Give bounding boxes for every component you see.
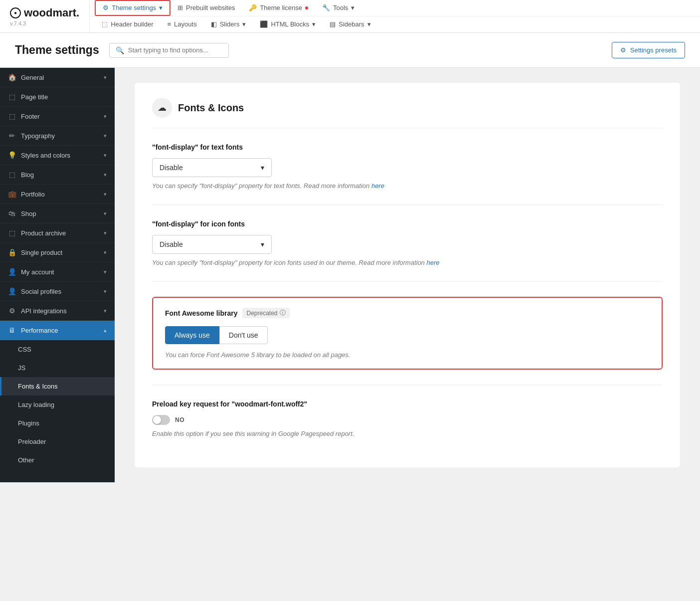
search-icon: 🔍 bbox=[116, 46, 124, 54]
field-preload-label: Preload key request for "woodmart-font.w… bbox=[152, 400, 663, 408]
deprecated-badge-label: Deprecated bbox=[246, 310, 277, 317]
sidebar-item-fonts-icons[interactable]: Fonts & Icons bbox=[0, 377, 115, 396]
dot-indicator bbox=[305, 6, 308, 9]
sidebar-item-portfolio[interactable]: 💼 Portfolio ▾ bbox=[0, 185, 115, 204]
sidebar-item-lazy-loading[interactable]: Lazy loading bbox=[0, 396, 115, 414]
search-box[interactable]: 🔍 bbox=[109, 43, 229, 58]
inner-wrapper: Theme settings 🔍 ⚙ Settings presets 🏠 Ge… bbox=[0, 33, 700, 482]
key-icon: 🔑 bbox=[249, 4, 257, 11]
sidebar-item-shop[interactable]: 🛍 Shop ▾ bbox=[0, 204, 115, 223]
font-display-text-select[interactable]: Disable ▾ bbox=[152, 158, 272, 177]
fa-desc: You can force Font Awesome 5 library to … bbox=[165, 351, 650, 359]
section-header-icon: ☁ bbox=[152, 98, 172, 118]
content-area: ☁ Fonts & Icons "font-display" for text … bbox=[115, 68, 700, 482]
chevron-styles-icon: ▾ bbox=[104, 152, 107, 159]
sidebar-account-label: My account bbox=[21, 268, 54, 276]
sidebar-item-other[interactable]: Other bbox=[0, 451, 115, 469]
palette-icon: 💡 bbox=[8, 151, 16, 159]
sidebar-lazy-label: Lazy loading bbox=[18, 401, 54, 408]
chevron-portfolio-icon: ▾ bbox=[104, 191, 107, 198]
sidebar-item-blog[interactable]: ⬚ Blog ▾ bbox=[0, 165, 115, 185]
chevron-sidebars-icon: ▾ bbox=[367, 20, 371, 28]
sidebar-blog-label: Blog bbox=[21, 171, 34, 179]
chevron-sliders-icon: ▾ bbox=[242, 20, 246, 28]
settings-presets-label: Settings presets bbox=[630, 46, 677, 54]
dont-use-button[interactable]: Don't use bbox=[219, 326, 268, 344]
footer-icon: ⬚ bbox=[8, 112, 16, 120]
settings-presets-button[interactable]: ⚙ Settings presets bbox=[612, 42, 685, 58]
nav-group: ⚙ Theme settings ▾ ⊞ Prebuilt websites 🔑… bbox=[90, 0, 700, 32]
sidebar-item-single-product[interactable]: 🔒 Single product ▾ bbox=[0, 243, 115, 262]
sliders-icon: ⚙ bbox=[103, 4, 109, 11]
html-icon: ⬛ bbox=[260, 20, 268, 28]
sidebar-item-footer[interactable]: ⬚ Footer ▾ bbox=[0, 107, 115, 126]
body-layout: 🏠 General ▾ ⬚ Page title ⬚ Footer ▾ bbox=[0, 68, 700, 482]
account-icon: 👤 bbox=[8, 268, 16, 276]
nav-main: ⚙ Theme settings ▾ ⊞ Prebuilt websites 🔑… bbox=[90, 0, 700, 32]
nav-header-builder[interactable]: ⬚ Header builder bbox=[95, 16, 160, 33]
sidebar-item-plugins[interactable]: Plugins bbox=[0, 414, 115, 432]
chevron-select-1-icon: ▾ bbox=[261, 164, 264, 172]
nav-tools[interactable]: 🔧 Tools ▾ bbox=[315, 0, 361, 16]
chevron-social-icon: ▾ bbox=[104, 288, 107, 295]
page-header-left: Theme settings 🔍 bbox=[15, 43, 229, 58]
sidebar-item-typography[interactable]: ✏ Typography ▾ bbox=[0, 126, 115, 146]
sidebar-styles-label: Styles and colors bbox=[21, 152, 70, 159]
page-header: Theme settings 🔍 ⚙ Settings presets bbox=[0, 33, 700, 68]
nav-prebuilt-websites[interactable]: ⊞ Prebuilt websites bbox=[171, 0, 242, 16]
sidebar-archive-label: Product archive bbox=[21, 229, 66, 237]
sidebar-item-js[interactable]: JS bbox=[0, 359, 115, 377]
sidebar-api-label: API integrations bbox=[21, 307, 67, 315]
sidebar-item-styles-colors[interactable]: 💡 Styles and colors ▾ bbox=[0, 146, 115, 165]
chevron-product-icon: ▾ bbox=[104, 249, 107, 256]
field-preload-key: Preload key request for "woodmart-font.w… bbox=[152, 400, 663, 452]
sidebar-item-api-integrations[interactable]: ⚙ API integrations ▾ bbox=[0, 301, 115, 321]
search-input[interactable] bbox=[128, 46, 222, 54]
sidebar-plugins-label: Plugins bbox=[18, 419, 39, 427]
field-font-display-text-desc: You can specify "font-display" property … bbox=[152, 182, 663, 190]
layout-icon: ⬚ bbox=[102, 20, 108, 28]
logo-area: ● woodmart. v.7.4.3 bbox=[0, 0, 90, 32]
chevron-footer-icon: ▾ bbox=[104, 113, 107, 120]
sidebar-item-social-profiles[interactable]: 👤 Social profiles ▾ bbox=[0, 282, 115, 301]
portfolio-icon: 💼 bbox=[8, 190, 16, 198]
sidebar-item-product-archive[interactable]: ⬚ Product archive ▾ bbox=[0, 223, 115, 243]
nav-layouts[interactable]: ≡ Layouts bbox=[161, 16, 204, 33]
nav-theme-license[interactable]: 🔑 Theme license bbox=[242, 0, 315, 16]
nav-sidebars[interactable]: ▤ Sidebars ▾ bbox=[323, 16, 377, 33]
logo-version: v.7.4.3 bbox=[10, 20, 79, 26]
sidebar-typography-label: Typography bbox=[21, 132, 55, 140]
sidebar-item-performance[interactable]: 🖥 Performance ▴ bbox=[0, 321, 115, 340]
fa-box-header: Font Awesome library Deprecated ⓘ bbox=[165, 308, 650, 318]
toggle-row: NO bbox=[152, 415, 663, 425]
nav-html-blocks[interactable]: ⬛ HTML Blocks ▾ bbox=[253, 16, 323, 33]
always-use-button[interactable]: Always use bbox=[165, 326, 219, 344]
sidebar-item-page-title[interactable]: ⬚ Page title bbox=[0, 87, 115, 107]
sidebar-fonts-icons-label: Fonts & Icons bbox=[18, 383, 57, 390]
field-font-display-text-label: "font-display" for text fonts bbox=[152, 143, 663, 151]
info-icon: ⓘ bbox=[280, 309, 286, 317]
chevron-tools-icon: ▾ bbox=[351, 4, 354, 11]
sidebar-item-preloader[interactable]: Preloader bbox=[0, 432, 115, 451]
font-display-icon-select[interactable]: Disable ▾ bbox=[152, 235, 272, 254]
sidebar-item-my-account[interactable]: 👤 My account ▾ bbox=[0, 262, 115, 282]
field-font-display-icon-link[interactable]: here bbox=[426, 259, 439, 266]
toggle-knob bbox=[153, 416, 161, 424]
nav-tools-label: Tools bbox=[333, 4, 348, 11]
nav-theme-settings[interactable]: ⚙ Theme settings ▾ bbox=[95, 0, 171, 16]
field-font-display-icon-label: "font-display" for icon fonts bbox=[152, 220, 663, 228]
logo-text: woodmart. bbox=[24, 6, 79, 19]
nav-header-label: Header builder bbox=[111, 20, 153, 28]
sidebar-item-css[interactable]: CSS bbox=[0, 340, 115, 359]
sidebar-item-general[interactable]: 🏠 General ▾ bbox=[0, 68, 115, 87]
preload-toggle[interactable] bbox=[152, 415, 170, 425]
field-font-display-text-link[interactable]: here bbox=[371, 182, 384, 190]
sidebar-performance-label: Performance bbox=[21, 327, 58, 334]
grid-icon: ⊞ bbox=[177, 4, 183, 11]
nav-sidebars-label: Sidebars bbox=[339, 20, 364, 28]
font-awesome-box: Font Awesome library Deprecated ⓘ Always… bbox=[152, 297, 663, 370]
nav-sliders-label: Sliders bbox=[220, 20, 240, 28]
chevron-html-icon: ▾ bbox=[312, 20, 316, 28]
logo-icon: ● bbox=[10, 7, 21, 18]
nav-sliders[interactable]: ◧ Sliders ▾ bbox=[204, 16, 253, 33]
